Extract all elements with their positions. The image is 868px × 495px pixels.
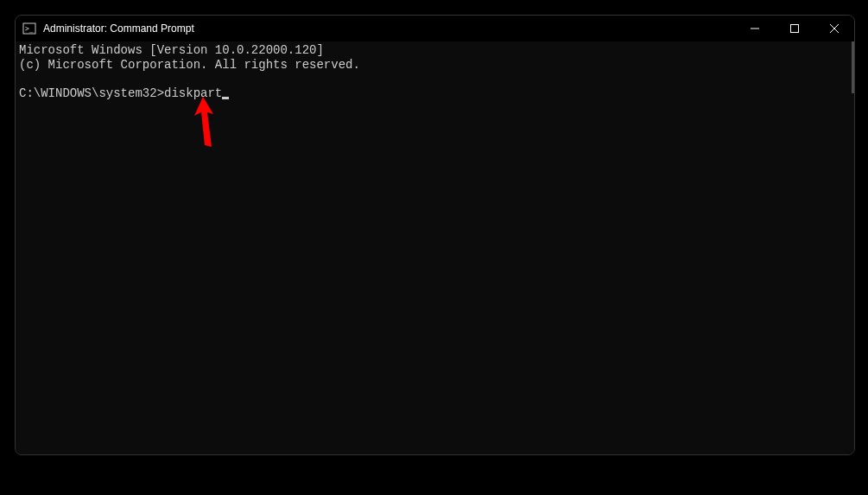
- cursor: [222, 97, 229, 99]
- minimize-button[interactable]: [735, 16, 775, 41]
- svg-rect-3: [791, 25, 799, 33]
- copyright-line: (c) Microsoft Corporation. All rights re…: [19, 58, 360, 72]
- svg-text:>_: >_: [25, 25, 34, 33]
- window-controls: [735, 16, 854, 41]
- version-line: Microsoft Windows [Version 10.0.22000.12…: [19, 43, 324, 57]
- prompt-path: C:\WINDOWS\system32>: [19, 86, 164, 100]
- titlebar[interactable]: >_ Administrator: Command Prompt: [16, 16, 854, 41]
- scrollbar-thumb[interactable]: [852, 41, 854, 93]
- terminal-output[interactable]: Microsoft Windows [Version 10.0.22000.12…: [16, 41, 854, 454]
- close-button[interactable]: [814, 16, 854, 41]
- command-prompt-window: >_ Administrator: Command Prompt: [15, 15, 855, 455]
- window-title: Administrator: Command Prompt: [43, 22, 735, 35]
- cmd-icon: >_: [22, 22, 36, 35]
- maximize-button[interactable]: [775, 16, 814, 41]
- typed-command: diskpart: [164, 86, 222, 100]
